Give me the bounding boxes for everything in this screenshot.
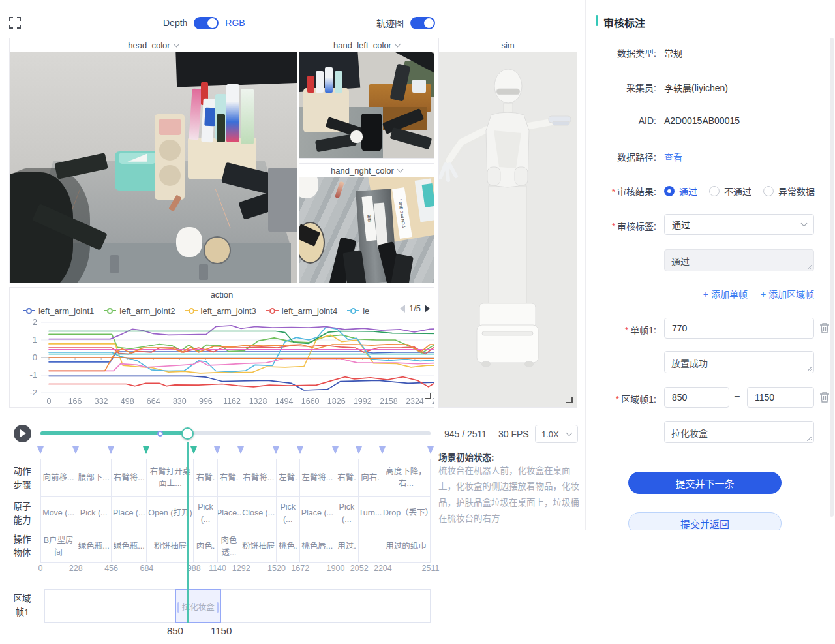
step-cell[interactable]: 右臂将... [241,459,277,496]
region-segment-left-handle[interactable] [177,602,179,613]
legend-prev-icon[interactable] [400,305,405,313]
frame-counter: 945 / 2511 [444,429,487,439]
step-cell[interactable]: 左臂. [277,459,300,496]
step-cell[interactable]: 右臂. [218,459,241,496]
step-cell[interactable]: 腰部下... [76,459,112,496]
hand-left-camera-header[interactable]: hand_left_color [299,38,434,52]
timeline-slider-handle[interactable] [181,427,194,440]
legend-marker-icon [347,308,359,314]
single-frame-note[interactable]: 放置成功 [664,351,814,373]
step-cell[interactable]: Pick (... [194,497,217,530]
single-frame-dot[interactable] [157,431,163,437]
step-cell[interactable] [359,530,382,562]
step-marker-icon[interactable] [427,446,434,454]
step-cell[interactable]: 高度下降，右... [382,459,430,496]
step-cell[interactable]: 右臂. [194,459,217,496]
step-cell[interactable]: Pick (... [76,497,112,530]
step-cell[interactable]: Close (... [241,497,277,530]
step-marker-icon[interactable] [108,446,114,454]
head-camera-header[interactable]: head_color [10,38,297,52]
step-cell[interactable]: Pick (... [277,497,300,530]
resize-grip-icon[interactable] [807,436,812,441]
trajectory-toggle[interactable] [410,17,435,29]
step-cell[interactable]: 向前移... [41,459,76,496]
region-segment-right-handle[interactable] [217,602,219,613]
sim-viewport[interactable] [439,52,577,407]
step-cell[interactable]: 肉色. [194,530,217,562]
step-marker-icon[interactable] [273,446,279,454]
chart-plot-area[interactable]: 210-1-2 01663324986648309961162132814941… [10,319,434,407]
step-cell[interactable]: Pick (... [335,497,359,530]
step-marker-icon[interactable] [332,446,339,454]
step-cell[interactable]: 向右. [359,459,382,496]
fps-label: 30 FPS [498,429,529,439]
review-tag-select[interactable]: 通过 [664,214,814,235]
step-cell[interactable]: 粉饼抽屉 [241,530,277,562]
legend-item[interactable]: left_arm_joint4 [266,306,337,316]
tissue-ball [350,130,363,143]
step-cell[interactable]: 用过. [335,530,359,562]
scrollbar[interactable] [830,38,834,517]
legend-item[interactable]: le [347,306,369,316]
step-cell[interactable]: Move (... [41,497,76,530]
step-cell[interactable]: 桃色. [277,530,300,562]
step-cell[interactable]: Place.. [218,497,241,530]
result-radio-不通过[interactable]: 不通过 [709,185,752,198]
region-start-input[interactable]: 850 [664,387,729,408]
step-cell[interactable]: Drop（丢下） [382,497,430,530]
step-cell[interactable]: 右臂将... [112,459,147,496]
delete-single-frame-icon[interactable] [819,322,830,334]
add-region-frame-link[interactable]: + 添加区域帧 [761,287,814,300]
step-marker-icon[interactable] [297,446,303,454]
step-cell[interactable]: 左臂将... [300,459,335,496]
step-marker-icon[interactable] [356,446,362,454]
resize-grip-icon[interactable] [807,264,812,269]
depth-rgb-toggle[interactable] [194,17,219,29]
speed-select[interactable]: 1.0X [535,425,578,443]
panel-accent-bar [596,15,598,26]
step-cell[interactable]: 桃色唇... [300,530,335,562]
step-marker-icon[interactable] [37,446,44,454]
region-track[interactable] [44,589,431,623]
radio-icon[interactable] [709,186,720,196]
result-radio-异常数据[interactable]: 异常数据 [763,185,815,198]
legend-next-icon[interactable] [425,305,430,313]
step-cell[interactable]: 用过的纸巾 [382,530,430,562]
result-radio-通过[interactable]: 通过 [664,185,697,198]
step-marker-icon[interactable] [214,446,220,454]
submit-back-button[interactable]: 提交并返回 [628,512,782,530]
legend-item[interactable]: left_arm_joint1 [23,306,94,316]
radio-icon[interactable] [763,186,774,196]
resize-handle-icon[interactable] [425,393,431,399]
legend-item[interactable]: left_arm_joint2 [104,306,175,316]
step-cell[interactable]: B户型房间 [41,530,76,562]
step-marker-icon[interactable] [72,446,79,454]
resize-grip-icon[interactable] [807,366,812,371]
step-marker-icon[interactable] [379,446,386,454]
fullscreen-icon[interactable] [9,17,21,29]
step-cell[interactable]: 绿色瓶... [112,530,147,562]
hand-right-camera-header[interactable]: hand_right_color [299,164,434,177]
region-end-input[interactable]: 1150 [747,387,814,408]
region-frame-note[interactable]: 拉化妆盒 [664,421,814,443]
resize-handle-icon[interactable] [566,397,573,403]
step-marker-icon[interactable] [237,446,244,454]
step-marker-icon[interactable] [190,446,197,454]
step-cell[interactable]: Turn... [359,497,382,530]
data-path-link[interactable]: 查看 [664,150,682,163]
step-cell[interactable]: Place (... [300,497,335,530]
step-cell[interactable]: Place (... [112,497,147,530]
delete-region-frame-icon[interactable] [819,391,830,403]
region-segment[interactable]: 拉化妆盒 [175,589,221,623]
legend-item[interactable]: left_arm_joint3 [185,306,256,316]
radio-icon[interactable] [664,186,675,196]
step-marker-icon[interactable] [143,446,149,454]
step-cell[interactable]: 右臂. [335,459,359,496]
add-single-frame-link[interactable]: + 添加单帧 [703,287,748,300]
play-button[interactable] [14,425,31,442]
review-tag-note[interactable]: 通过 [664,249,814,271]
single-frame-input[interactable]: 770 [664,318,814,339]
submit-next-button[interactable]: 提交并下一条 [628,472,782,494]
step-cell[interactable]: 肉色透... [218,530,241,562]
step-cell[interactable]: 绿色瓶... [76,530,112,562]
